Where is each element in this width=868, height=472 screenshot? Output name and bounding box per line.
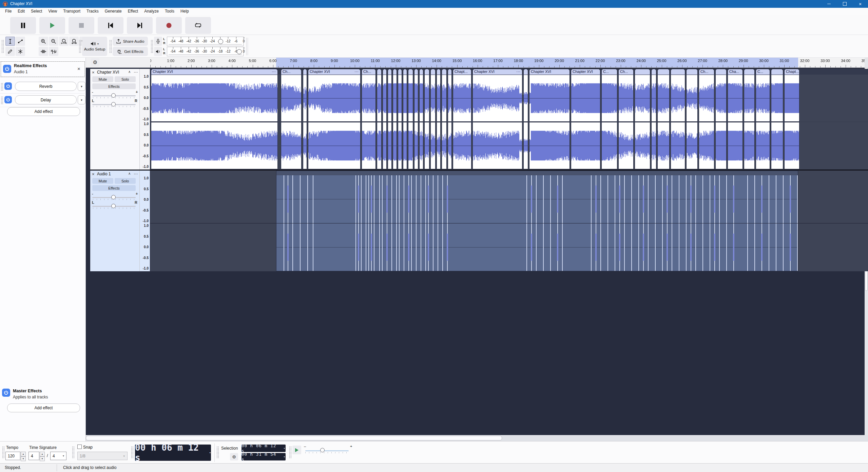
zoom-out-button[interactable] bbox=[49, 37, 58, 46]
timesig-upper-input[interactable]: 4 bbox=[28, 452, 39, 460]
clip-header[interactable] bbox=[424, 69, 429, 75]
effect-power-button[interactable] bbox=[4, 96, 12, 103]
record-meter[interactable]: -54-48-42-36-30-24-18-12-60 bbox=[167, 37, 244, 46]
skip-end-button[interactable] bbox=[127, 17, 153, 34]
fit-project-button[interactable] bbox=[69, 37, 79, 46]
toolbar-grip[interactable] bbox=[2, 446, 4, 458]
track-menu-icon[interactable]: ⋯ bbox=[134, 172, 138, 176]
clip-header[interactable] bbox=[388, 69, 392, 75]
waveform-channel-1[interactable] bbox=[150, 75, 868, 122]
menu-help[interactable]: Help bbox=[177, 8, 192, 15]
horizontal-scrollbar[interactable] bbox=[86, 435, 868, 441]
selected-track-waveform[interactable] bbox=[150, 171, 868, 271]
get-effects-button[interactable]: Get Effects bbox=[113, 47, 148, 56]
toolbar-grip[interactable] bbox=[216, 446, 219, 458]
realtime-power-button[interactable] bbox=[3, 65, 11, 73]
toolbar-grip[interactable] bbox=[72, 446, 74, 458]
track-title[interactable]: Chapter XVI bbox=[97, 70, 119, 75]
play-button[interactable] bbox=[39, 17, 65, 34]
record-meter-button[interactable] bbox=[154, 37, 162, 46]
clip-header[interactable] bbox=[393, 69, 397, 75]
clip-menu-icon[interactable]: ··· bbox=[272, 69, 276, 74]
envelope-tool-button[interactable] bbox=[16, 37, 25, 46]
play-at-speed-button[interactable] bbox=[292, 446, 301, 454]
clip-header[interactable] bbox=[657, 69, 670, 75]
toolbar-grip[interactable] bbox=[131, 446, 133, 458]
mute-button[interactable]: Mute bbox=[92, 178, 113, 184]
speed-slider[interactable] bbox=[305, 450, 349, 451]
menu-select[interactable]: Select bbox=[28, 8, 45, 15]
minimize-button[interactable] bbox=[821, 0, 837, 8]
playback-meter[interactable]: -54-48-42-36-30-24-18-12-60 bbox=[167, 47, 244, 56]
menu-transport[interactable]: Transport bbox=[60, 8, 83, 15]
clip-header[interactable]: Ch... bbox=[362, 69, 376, 75]
track-menu-icon[interactable]: ⋯ bbox=[134, 70, 138, 75]
timeline-options-button[interactable]: ⚙ bbox=[91, 58, 99, 66]
toolbar-grip[interactable] bbox=[109, 40, 112, 53]
clip-header[interactable] bbox=[430, 69, 436, 75]
timeline-ruler[interactable]: 01:002:003:004:005:006:007:008:009:0010:… bbox=[150, 58, 868, 68]
selection-end-field[interactable]: 00 h 31 m 54 s▾ bbox=[242, 453, 286, 460]
snap-checkbox[interactable] bbox=[77, 445, 82, 449]
clip-header[interactable] bbox=[771, 69, 783, 75]
close-track-button[interactable]: × bbox=[92, 172, 95, 177]
collapse-track-icon[interactable]: ∧ bbox=[128, 70, 131, 74]
clip-header[interactable] bbox=[398, 69, 402, 75]
clip-header[interactable] bbox=[377, 69, 382, 75]
record-meter-volume-thumb[interactable] bbox=[218, 39, 223, 44]
clip-header[interactable]: Ch... bbox=[618, 69, 634, 75]
audio-setup-button[interactable]: ▾ Audio Setup bbox=[82, 37, 107, 56]
selection-options-button[interactable]: ⚙ bbox=[230, 453, 238, 460]
loop-button[interactable] bbox=[185, 17, 211, 34]
speed-slider-thumb[interactable] bbox=[320, 448, 325, 452]
track-panel-audio-1[interactable]: ×Audio 1∧⋯MuteSoloEffects-+LR bbox=[90, 171, 140, 271]
track-2-clip-area[interactable] bbox=[150, 171, 868, 271]
clip-header[interactable] bbox=[408, 69, 413, 75]
clip-header[interactable]: Ch... bbox=[281, 69, 302, 75]
menu-tools[interactable]: Tools bbox=[162, 8, 177, 15]
silence-selection-button[interactable] bbox=[49, 47, 58, 56]
clip-header[interactable]: C... bbox=[601, 69, 617, 75]
menu-effect[interactable]: Effect bbox=[125, 8, 141, 15]
draw-tool-button[interactable] bbox=[5, 47, 15, 56]
record-button[interactable] bbox=[156, 17, 182, 34]
toolbar-grip[interactable] bbox=[289, 446, 291, 458]
clip-header[interactable] bbox=[671, 69, 685, 75]
time-display[interactable]: 00 h 06 m 12 s▾ bbox=[135, 445, 211, 461]
toolbar-grip[interactable] bbox=[151, 40, 153, 53]
gain-slider-thumb[interactable] bbox=[111, 195, 116, 199]
pause-button[interactable] bbox=[10, 17, 36, 34]
maximize-button[interactable] bbox=[837, 0, 852, 8]
menu-analyze[interactable]: Analyze bbox=[141, 8, 162, 15]
multi-tool-button[interactable] bbox=[16, 47, 25, 56]
waveform-channel-2[interactable] bbox=[150, 122, 868, 169]
clip-header[interactable]: Chapter XVI··· bbox=[151, 69, 278, 75]
close-effects-panel-button[interactable]: × bbox=[77, 66, 80, 72]
stop-button[interactable] bbox=[69, 17, 94, 34]
clip-header[interactable] bbox=[419, 69, 423, 75]
clip-header[interactable] bbox=[442, 69, 447, 75]
clip-header[interactable] bbox=[403, 69, 407, 75]
menu-view[interactable]: View bbox=[45, 8, 60, 15]
menu-tracks[interactable]: Tracks bbox=[83, 8, 102, 15]
effect-drag-handle[interactable] bbox=[1, 83, 3, 91]
effect-name-button[interactable]: Reverb bbox=[15, 82, 77, 91]
clip-header[interactable]: C... bbox=[756, 69, 770, 75]
playback-meter-volume-thumb[interactable] bbox=[237, 49, 242, 54]
clip-header[interactable]: Cha... bbox=[728, 69, 743, 75]
clip-header[interactable]: Ch... bbox=[699, 69, 714, 75]
clip-header[interactable] bbox=[651, 69, 656, 75]
track-effects-button[interactable]: Effects bbox=[92, 185, 136, 191]
clip-header[interactable]: Chapt... bbox=[784, 69, 799, 75]
selection-start-field[interactable]: 00 h 06 m 12 s▾ bbox=[242, 445, 286, 452]
trim-outside-selection-button[interactable] bbox=[39, 47, 48, 56]
gain-slider-thumb[interactable] bbox=[111, 93, 116, 98]
clip-header[interactable]: Chapter XVI··· bbox=[472, 69, 522, 75]
pan-slider-thumb[interactable] bbox=[111, 204, 116, 208]
clip-header[interactable]: Chapter XVI··· bbox=[308, 69, 361, 75]
close-track-button[interactable]: × bbox=[92, 70, 95, 75]
track-panel-chapter-xvi[interactable]: ×Chapter XVI∧⋯MuteSoloEffects-+LR bbox=[90, 69, 140, 170]
clip-menu-icon[interactable]: ··· bbox=[354, 69, 359, 74]
effect-power-button[interactable] bbox=[4, 82, 12, 90]
clip-header[interactable] bbox=[437, 69, 441, 75]
